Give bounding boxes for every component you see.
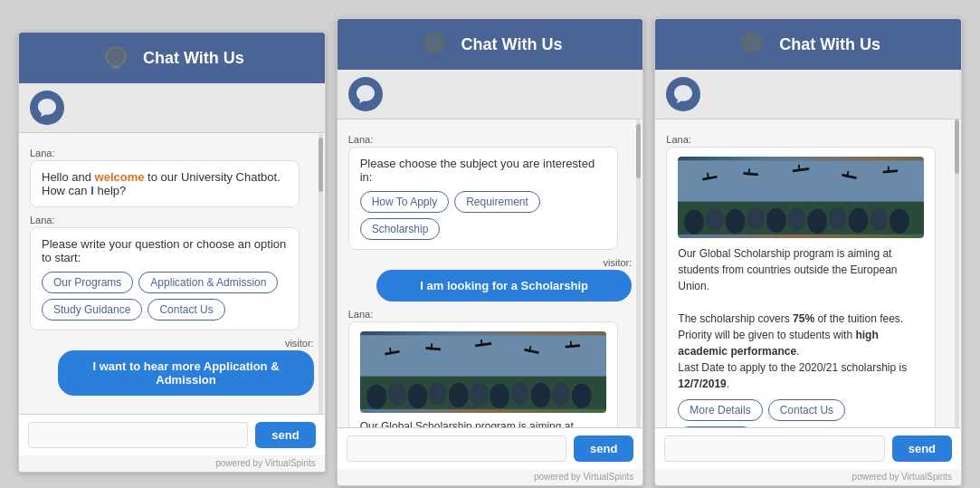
chat-widget-1: Chat With Us Lana: Hello and welcome to … xyxy=(18,32,326,473)
option-study-guidance[interactable]: Study Guidance xyxy=(42,299,142,321)
sender-label-visitor-1: visitor: xyxy=(30,338,314,349)
chat-subheader-1 xyxy=(19,83,325,133)
chat-title-2: Chat With Us xyxy=(461,35,563,54)
graduation-svg-2 xyxy=(360,331,606,413)
svg-point-16 xyxy=(530,383,550,407)
chat-body-2[interactable]: Lana: Please choose the subject you are … xyxy=(338,120,643,427)
svg-point-34 xyxy=(685,210,705,234)
option-scholarship[interactable]: Scholarship xyxy=(360,218,441,240)
sender-label-bot-2a: Lana: xyxy=(348,134,633,145)
svg-point-42 xyxy=(849,208,869,233)
chat-header-2: Chat With Us xyxy=(338,19,643,70)
chat-input-1[interactable] xyxy=(28,422,248,448)
powered-by-2: powered by VirtualSpirits xyxy=(338,469,643,485)
sender-label-visitor-2: visitor: xyxy=(348,257,633,268)
svg-rect-33 xyxy=(678,160,924,201)
chat-body-wrapper-1: Lana: Hello and welcome to our Universit… xyxy=(19,133,325,414)
chat-title-3: Chat With Us xyxy=(779,35,880,54)
bot-avatar-3 xyxy=(666,77,700,111)
svg-point-44 xyxy=(890,209,909,234)
svg-point-41 xyxy=(829,207,847,230)
sender-label-bot-2b: Lana: xyxy=(348,309,633,320)
option-how-to-apply[interactable]: How To Apply xyxy=(360,191,450,213)
chat-header-1: Chat With Us xyxy=(19,33,325,83)
svg-point-38 xyxy=(766,208,786,233)
svg-point-11 xyxy=(429,382,447,405)
bot-bubble-1a: Hello and welcome to our University Chat… xyxy=(30,160,300,207)
svg-point-4 xyxy=(425,33,443,52)
graduation-svg-3 xyxy=(678,157,924,238)
chat-header-3: Chat With Us xyxy=(655,19,961,70)
chat-title-1: Chat With Us xyxy=(143,49,244,68)
svg-point-30 xyxy=(743,33,761,52)
svg-point-13 xyxy=(470,383,488,406)
option-requirement[interactable]: Requirement xyxy=(454,191,540,213)
svg-point-18 xyxy=(572,384,592,408)
svg-point-36 xyxy=(726,209,746,234)
bot-avatar-1 xyxy=(30,91,64,125)
apply-now-button[interactable]: Apply Now xyxy=(678,426,753,427)
more-details-button[interactable]: More Details xyxy=(678,399,762,421)
svg-point-37 xyxy=(747,207,765,230)
sender-label-bot-2: Lana: xyxy=(30,215,314,225)
option-buttons-2: How To Apply Requirement Scholarship xyxy=(360,191,606,240)
bot-message-text-1b: Please write your question or choose an … xyxy=(42,237,288,264)
send-button-3[interactable]: send xyxy=(892,435,952,462)
visitor-bubble-1: I want to hear more Application & Admiss… xyxy=(58,350,313,396)
sender-label-bot-3a: Lana: xyxy=(666,134,950,145)
chat-icon-1 xyxy=(100,42,132,74)
chat-widget-3: Chat With Us Lana: xyxy=(654,18,962,486)
powered-by-3: powered by VirtualSpirits xyxy=(655,469,961,485)
chat-body-wrapper-3: Lana: xyxy=(655,120,961,427)
contact-us-button-3[interactable]: Contact Us xyxy=(768,399,845,421)
send-button-2[interactable]: send xyxy=(574,435,633,462)
svg-point-15 xyxy=(510,382,528,405)
action-buttons-3: More Details Contact Us Apply Now xyxy=(678,399,924,427)
option-our-programs[interactable]: Our Programs xyxy=(42,272,133,293)
welcome-text: welcome xyxy=(95,170,145,184)
svg-point-43 xyxy=(870,208,888,231)
scholarship-image-3 xyxy=(678,157,924,238)
visitor-bubble-2: I am looking for a Scholarship xyxy=(376,270,632,301)
powered-by-1: powered by VirtualSpirits xyxy=(19,455,325,472)
svg-point-14 xyxy=(490,384,509,408)
send-button-1[interactable]: send xyxy=(255,422,315,448)
bot-avatar-2 xyxy=(348,77,383,111)
scholarship-preview-2: Our Global Scholarship program is aiming… xyxy=(360,420,606,427)
chat-body-1[interactable]: Lana: Hello and welcome to our Universit… xyxy=(19,133,325,414)
bot-message-2a: Please choose the subject you are intere… xyxy=(360,157,606,184)
sender-label-bot-1: Lana: xyxy=(30,148,314,158)
svg-point-12 xyxy=(449,383,469,407)
chat-subheader-2 xyxy=(338,70,643,120)
chat-widget-2: Chat With Us Lana: Please choose the sub… xyxy=(337,18,644,486)
chat-icon-3 xyxy=(736,28,768,61)
chat-footer-3: send xyxy=(655,427,961,469)
i-text: I xyxy=(90,184,94,197)
chat-footer-1: send xyxy=(19,414,325,455)
svg-point-39 xyxy=(788,208,806,231)
bot-bubble-2a: Please choose the subject you are intere… xyxy=(348,147,618,250)
chat-icon-2 xyxy=(418,28,451,61)
svg-point-17 xyxy=(552,383,570,406)
svg-point-10 xyxy=(407,384,427,408)
bot-bubble-1b: Please write your question or choose an … xyxy=(30,227,300,330)
option-contact-us[interactable]: Contact Us xyxy=(147,299,224,321)
chat-input-2[interactable] xyxy=(347,435,566,462)
option-buttons-1: Our Programs Application & Admission Stu… xyxy=(42,272,288,321)
chat-footer-2: send xyxy=(338,427,643,469)
svg-point-2 xyxy=(107,47,125,65)
svg-point-9 xyxy=(387,383,405,406)
chat-body-3[interactable]: Lana: xyxy=(655,120,961,427)
scholarship-text-3: Our Global Scholarship program is aiming… xyxy=(678,245,924,392)
svg-point-8 xyxy=(366,385,386,409)
chat-input-3[interactable] xyxy=(664,435,884,462)
bot-bubble-2b: Our Global Scholarship program is aiming… xyxy=(348,321,618,427)
svg-point-40 xyxy=(808,209,828,234)
svg-point-35 xyxy=(706,208,724,231)
chat-body-wrapper-2: Lana: Please choose the subject you are … xyxy=(338,120,643,427)
option-application-admission[interactable]: Application & Admission xyxy=(138,272,278,293)
scholarship-image-2 xyxy=(360,331,606,413)
chat-subheader-3 xyxy=(655,70,961,120)
bot-bubble-3a: Our Global Scholarship program is aiming… xyxy=(666,147,936,427)
svg-rect-7 xyxy=(360,335,606,376)
